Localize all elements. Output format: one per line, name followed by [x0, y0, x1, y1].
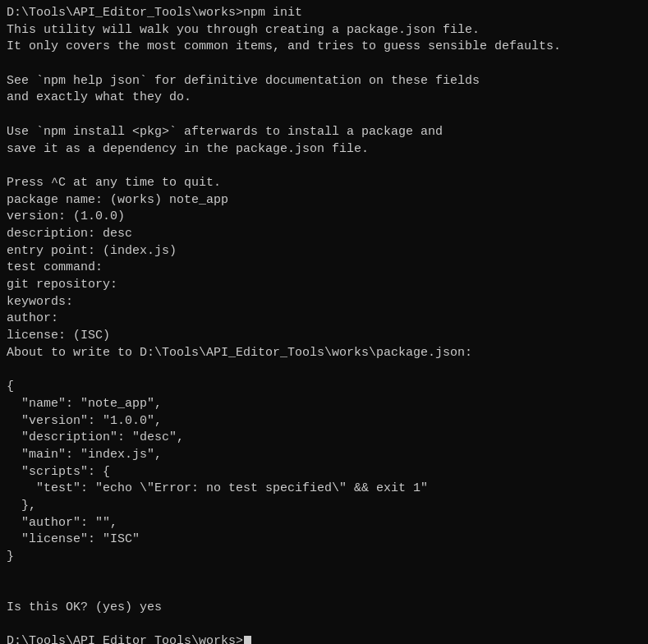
terminal-line: "version": "1.0.0",	[7, 413, 641, 430]
terminal-line: save it as a dependency in the package.j…	[7, 141, 641, 159]
terminal-line: D:\Tools\API_Editor_Tools\works>npm init	[7, 5, 641, 22]
terminal-line: About to write to D:\Tools\API_Editor_To…	[7, 345, 641, 362]
terminal-line: "name": "note_app",	[7, 396, 641, 413]
terminal-line: test command:	[7, 260, 641, 277]
terminal-line	[7, 361, 641, 379]
terminal-line: and exactly what they do.	[7, 90, 641, 107]
terminal-line	[7, 617, 641, 634]
terminal-line: keywords:	[7, 294, 641, 311]
terminal-line	[7, 582, 641, 600]
terminal-line: description: desc	[7, 226, 641, 243]
terminal-line: {	[7, 379, 641, 396]
terminal-window: D:\Tools\API_Editor_Tools\works>npm init…	[0, 0, 648, 644]
terminal-line: Use `npm install <pkg>` afterwards to in…	[7, 124, 641, 141]
terminal-line: "description": "desc",	[7, 430, 641, 447]
terminal-line: },	[7, 498, 641, 515]
terminal-line: git repository:	[7, 277, 641, 294]
terminal-line: package name: (works) note_app	[7, 192, 641, 209]
terminal-line: "main": "index.js",	[7, 447, 641, 464]
terminal-line: entry point: (index.js)	[7, 243, 641, 260]
terminal-output: D:\Tools\API_Editor_Tools\works>npm init…	[7, 5, 641, 644]
terminal-line: version: (1.0.0)	[7, 209, 641, 226]
terminal-line	[7, 56, 641, 73]
terminal-line: "author": "",	[7, 515, 641, 532]
cursor	[244, 636, 251, 644]
terminal-line	[7, 158, 641, 175]
terminal-line: }	[7, 549, 641, 566]
terminal-line: author:	[7, 310, 641, 328]
terminal-line: D:\Tools\API_Editor_Tools\works>	[7, 633, 641, 644]
terminal-line: "license": "ISC"	[7, 531, 641, 549]
terminal-line	[7, 566, 641, 583]
terminal-line: This utility will walk you through creat…	[7, 22, 641, 39]
terminal-line: Is this OK? (yes) yes	[7, 600, 641, 617]
terminal-line: "scripts": {	[7, 464, 641, 481]
terminal-line: Press ^C at any time to quit.	[7, 175, 641, 192]
terminal-line: It only covers the most common items, an…	[7, 39, 641, 56]
terminal-line: license: (ISC)	[7, 328, 641, 345]
terminal-line	[7, 107, 641, 124]
terminal-line: See `npm help json` for definitive docum…	[7, 73, 641, 90]
terminal-line: "test": "echo \"Error: no test specified…	[7, 481, 641, 498]
